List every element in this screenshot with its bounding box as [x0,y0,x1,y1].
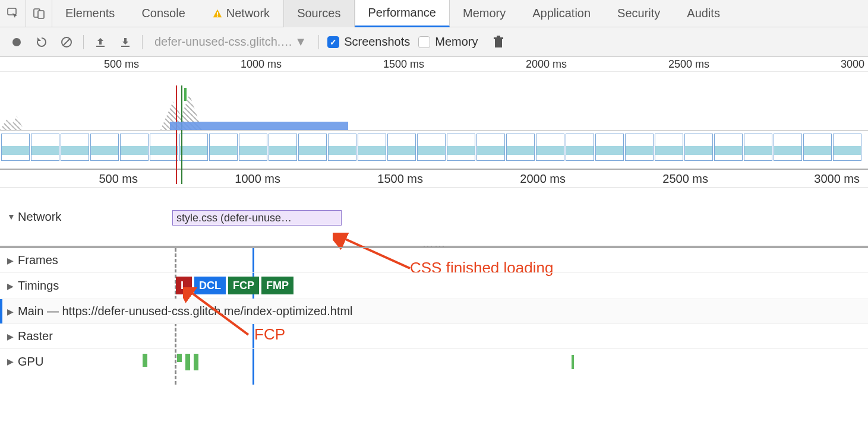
tab-label: Security [617,7,660,20]
device-toggle-icon[interactable] [26,0,52,27]
screenshot-thumb[interactable] [61,134,89,161]
screenshot-thumb[interactable] [269,134,297,161]
screenshot-thumb[interactable] [566,134,594,161]
timings-lane[interactable]: ▶ Timings L DCL FCP FMP [0,273,868,299]
screenshot-thumb[interactable] [31,134,59,161]
svg-rect-4 [217,15,218,17]
expand-icon[interactable]: ▶ [7,357,18,366]
tab-audits[interactable]: Audits [674,0,734,27]
lane-label: Main — https://defer-unused-css.glitch.m… [18,304,353,318]
ruler-tick: 500 ms [99,172,143,186]
main-thread-lane[interactable]: ▶ Main — https://defer-unused-css.glitch… [0,299,868,324]
tab-memory[interactable]: Memory [450,0,519,27]
screenshot-thumb[interactable] [239,134,267,161]
overview-ruler: 500 ms 1000 ms 1500 ms 2000 ms 2500 ms 3… [0,57,868,71]
cpu-overview-lane [0,71,868,131]
screenshot-thumb[interactable] [774,134,802,161]
separator [142,35,143,49]
screenshot-thumb[interactable] [595,134,624,161]
ruler-tick: 500 ms [104,58,143,71]
clear-button[interactable] [58,34,75,50]
timing-badge-load[interactable]: L [176,277,192,294]
screenshot-thumb[interactable] [209,134,238,161]
checkbox-checked-icon: ✓ [327,36,339,48]
lane-label: Timings [18,279,59,293]
ruler-tick: 3000 [841,58,864,71]
svg-rect-8 [96,46,105,47]
timing-badge-dcl[interactable]: DCL [194,277,226,294]
reload-record-button[interactable] [33,34,50,50]
screenshot-thumb[interactable] [1,134,30,161]
screenshot-thumb[interactable] [447,134,475,161]
tab-console[interactable]: Console [128,0,198,27]
timing-badge-fcp[interactable]: FCP [228,277,259,294]
gpu-activity-bars [143,354,198,370]
collapse-icon[interactable]: ▼ [7,212,18,221]
profile-select[interactable]: defer-unused-css.glitch.… ▼ [151,35,310,49]
tab-application[interactable]: Application [519,0,604,27]
timeline-overview[interactable]: 500 ms 1000 ms 1500 ms 2000 ms 2500 ms 3… [0,57,868,170]
ruler-tick: 2500 ms [662,172,713,186]
screenshot-thumb[interactable] [744,134,772,161]
flame-chart: ▶ Frames ▶ Timings L DCL FCP FMP ▶ Main … [0,247,868,385]
performance-toolbar: defer-unused-css.glitch.… ▼ ✓ Screenshot… [0,27,868,57]
network-request-item[interactable]: style.css (defer-unuse… [172,210,342,226]
network-lane[interactable]: ▼ Network style.css (defer-unuse… [0,188,868,247]
detail-ruler: 500 ms 1000 ms 1500 ms 2000 ms 2500 ms 3… [0,170,868,188]
screenshot-thumb[interactable] [506,134,535,161]
warning-icon [212,8,223,19]
ruler-tick: 1000 ms [241,58,285,71]
screenshot-thumb[interactable] [120,134,149,161]
frame-marker [184,88,187,101]
screenshots-toggle[interactable]: ✓ Screenshots [327,35,410,49]
chevron-down-icon: ▼ [295,35,307,49]
svg-rect-12 [497,36,500,37]
tab-sources[interactable]: Sources [283,0,354,27]
svg-rect-2 [38,11,44,18]
screenshot-thumb[interactable] [536,134,564,161]
expand-icon[interactable]: ▶ [7,332,18,341]
screenshot-thumb[interactable] [417,134,446,161]
screenshot-thumb[interactable] [625,134,654,161]
screenshot-thumb[interactable] [358,134,386,161]
screenshot-thumb[interactable] [476,134,505,161]
svg-rect-3 [217,12,218,15]
screenshot-strip[interactable] [0,131,868,164]
ruler-tick: 2500 ms [668,58,713,71]
screenshot-thumb[interactable] [655,134,683,161]
expand-icon[interactable]: ▶ [7,256,18,265]
screenshot-thumb[interactable] [328,134,356,161]
memory-toggle[interactable]: Memory [418,35,478,49]
timing-badge-fmp[interactable]: FMP [261,277,293,294]
expand-icon[interactable]: ▶ [7,307,18,316]
memory-label: Memory [435,35,478,49]
frames-lane[interactable]: ▶ Frames [0,248,868,273]
tab-label: Audits [687,7,720,20]
record-button[interactable] [8,34,25,50]
screenshot-thumb[interactable] [179,134,208,161]
screenshot-thumb[interactable] [714,134,743,161]
request-wait-bar [172,211,173,226]
screenshot-thumb[interactable] [387,134,416,161]
download-profile-button[interactable] [117,34,134,50]
tab-network[interactable]: Network [199,0,283,27]
expand-icon[interactable]: ▶ [7,281,18,291]
tab-performance[interactable]: Performance [355,0,450,27]
tab-label: Network [226,7,270,20]
screenshot-thumb[interactable] [298,134,327,161]
tab-label: Memory [463,7,506,20]
inspect-element-icon[interactable] [0,0,26,27]
tab-security[interactable]: Security [604,0,674,27]
selection-range[interactable] [170,122,348,130]
screenshot-thumb[interactable] [150,134,178,161]
garbage-collect-button[interactable] [490,34,507,50]
screenshot-thumb[interactable] [90,134,119,161]
gpu-lane[interactable]: ▶ GPU [0,349,868,374]
raster-lane[interactable]: ▶ Raster [0,324,868,349]
tab-elements[interactable]: Elements [52,0,128,27]
screenshot-thumb[interactable] [833,134,861,161]
upload-profile-button[interactable] [92,34,109,50]
screenshot-thumb[interactable] [803,134,832,161]
screenshot-thumb[interactable] [684,134,713,161]
devtools-tabbar: Elements Console Network Sources Perform… [0,0,868,27]
